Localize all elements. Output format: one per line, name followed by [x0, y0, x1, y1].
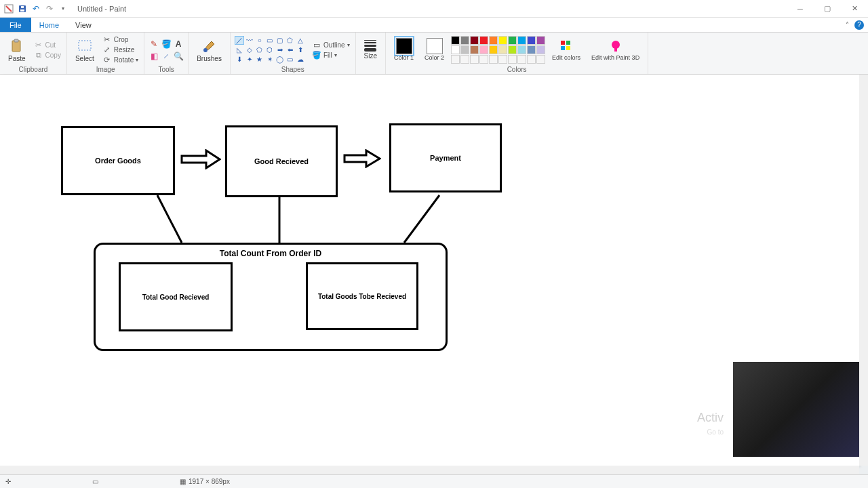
color-swatch[interactable]: [527, 36, 536, 45]
color2-button[interactable]: Color 2: [420, 37, 448, 63]
quick-access-toolbar: ↶ ↷ ▾: [0, 3, 72, 15]
diagram: Order Goods Good Recieved Payment: [0, 75, 859, 466]
color-swatch[interactable]: [470, 55, 479, 64]
shape-diamond[interactable]: ◇: [245, 45, 254, 54]
paste-button[interactable]: Paste: [4, 37, 30, 64]
shape-roundrect[interactable]: ▢: [275, 36, 285, 45]
fill-label: Fill: [323, 52, 332, 59]
color-swatch[interactable]: [536, 55, 545, 64]
color-swatch[interactable]: [508, 55, 517, 64]
size-button[interactable]: Size: [360, 39, 381, 61]
color-swatch[interactable]: [536, 36, 545, 45]
svg-rect-11: [566, 46, 570, 50]
shape-arrow-up[interactable]: ⬆: [296, 45, 305, 54]
shape-star4[interactable]: ✦: [245, 55, 254, 64]
color-swatch[interactable]: [527, 45, 536, 54]
canvas[interactable]: Order Goods Good Recieved Payment: [0, 75, 859, 466]
zoom-tool[interactable]: 🔍: [173, 51, 184, 62]
color-swatch[interactable]: [451, 36, 460, 45]
close-button[interactable]: ✕: [841, 0, 868, 18]
ribbon-collapse-icon[interactable]: ˄: [846, 21, 849, 28]
brushes-button[interactable]: Brushes: [193, 37, 226, 64]
color-swatch[interactable]: [517, 55, 526, 64]
color-swatch[interactable]: [451, 55, 460, 64]
copy-button[interactable]: ⧉ Copy: [33, 50, 62, 60]
outline-icon: ▭: [312, 40, 321, 49]
paste-label: Paste: [8, 55, 26, 62]
shape-cloud[interactable]: ☁: [296, 55, 305, 64]
shape-arrow-left[interactable]: ⬅: [285, 45, 295, 54]
shape-star6[interactable]: ✶: [265, 55, 275, 64]
shape-callout-rect[interactable]: ▭: [285, 55, 295, 64]
shape-arrow-down[interactable]: ⬇: [235, 55, 244, 64]
shape-arrow-right[interactable]: ➡: [275, 45, 285, 54]
maximize-button[interactable]: ▢: [814, 0, 841, 18]
undo-icon[interactable]: ↶: [30, 3, 42, 15]
edit-colors-button[interactable]: Edit colors: [548, 37, 585, 63]
select-button[interactable]: Select: [71, 37, 98, 64]
color-swatch[interactable]: [498, 45, 507, 54]
color-swatch[interactable]: [536, 45, 545, 54]
color-swatch[interactable]: [470, 45, 479, 54]
shape-pentagon[interactable]: ⬠: [255, 45, 264, 54]
color-swatch[interactable]: [489, 55, 498, 64]
tab-file[interactable]: File: [0, 18, 31, 32]
color-swatch[interactable]: [470, 36, 479, 45]
color-swatch[interactable]: [498, 55, 507, 64]
color-swatch[interactable]: [517, 45, 526, 54]
picker-tool[interactable]: ⟋: [161, 51, 172, 62]
tab-view[interactable]: View: [67, 18, 100, 32]
color-swatch[interactable]: [508, 45, 517, 54]
eraser-tool[interactable]: ◧: [149, 51, 159, 62]
color1-label: Color 1: [394, 55, 414, 62]
tools-grid: ✎ 🪣 A ◧ ⟋ 🔍: [149, 39, 184, 62]
shape-curve[interactable]: 〰: [245, 36, 254, 45]
shape-oval[interactable]: ○: [255, 36, 264, 45]
clipboard-group-label: Clipboard: [19, 66, 48, 73]
color-swatch[interactable]: [479, 55, 488, 64]
shape-polygon[interactable]: ⬠: [285, 36, 295, 45]
color-swatch[interactable]: [517, 36, 526, 45]
shape-rect[interactable]: ▭: [265, 36, 275, 45]
redo-icon[interactable]: ↷: [43, 3, 56, 15]
color-swatch[interactable]: [479, 36, 488, 45]
shape-star5[interactable]: ★: [255, 55, 264, 64]
tab-home[interactable]: Home: [31, 18, 67, 32]
shape-right-triangle[interactable]: ◺: [235, 45, 244, 54]
shape-outline-button[interactable]: ▭Outline ▾: [311, 40, 351, 49]
color-swatch[interactable]: [460, 55, 469, 64]
vertical-scrollbar[interactable]: [859, 75, 868, 466]
shape-triangle[interactable]: △: [296, 36, 305, 45]
shape-line[interactable]: ／: [235, 36, 244, 45]
rotate-button[interactable]: ⟳Rotate ▾: [101, 56, 140, 65]
fill-tool[interactable]: 🪣: [161, 39, 172, 49]
minimize-button[interactable]: ─: [787, 0, 814, 18]
resize-button[interactable]: ⤢Resize: [101, 45, 140, 55]
color-swatch[interactable]: [451, 45, 460, 54]
save-icon[interactable]: [16, 3, 28, 15]
shape-hexagon[interactable]: ⬡: [265, 45, 275, 54]
color-swatch[interactable]: [489, 36, 498, 45]
shape-callout-round[interactable]: ◯: [275, 55, 285, 64]
crop-button[interactable]: ✂Crop: [101, 35, 140, 45]
text-tool[interactable]: A: [173, 39, 184, 49]
color1-button[interactable]: Color 1: [390, 37, 418, 63]
color-swatch[interactable]: [498, 36, 507, 45]
shape-fill-button[interactable]: 🪣Fill ▾: [311, 50, 351, 60]
pencil-tool[interactable]: ✎: [149, 39, 159, 49]
paint3d-button[interactable]: Edit with Paint 3D: [587, 37, 644, 63]
color-swatch[interactable]: [527, 55, 536, 64]
qa-dropdown-icon[interactable]: ▾: [57, 3, 69, 15]
color-swatch[interactable]: [508, 36, 517, 45]
svg-rect-8: [561, 41, 565, 45]
cut-icon: ✂: [34, 40, 43, 49]
color-swatch[interactable]: [460, 45, 469, 54]
color-swatch[interactable]: [479, 45, 488, 54]
color-swatch[interactable]: [460, 36, 469, 45]
color-swatch[interactable]: [489, 45, 498, 54]
shapes-gallery[interactable]: ／ 〰 ○ ▭ ▢ ⬠ △ ◺ ◇ ⬠ ⬡ ➡ ⬅ ⬆ ⬇ ✦ ★ ✶ ◯ ▭: [235, 36, 305, 64]
horizontal-scrollbar[interactable]: [0, 466, 859, 474]
help-icon[interactable]: ?: [854, 20, 864, 30]
cut-button[interactable]: ✂ Cut: [33, 40, 62, 49]
workspace: Order Goods Good Recieved Payment: [0, 75, 868, 474]
